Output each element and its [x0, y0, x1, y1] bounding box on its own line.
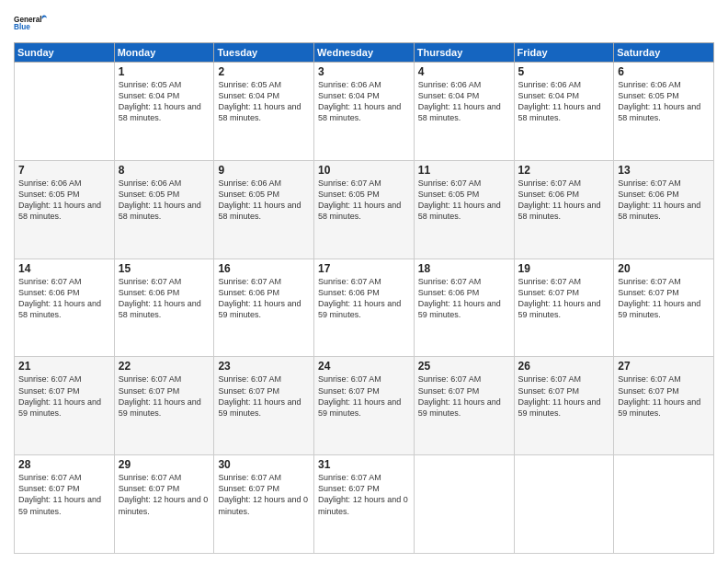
- day-info: Sunrise: 6:07 AM Sunset: 6:06 PM Dayligh…: [18, 276, 110, 321]
- day-number: 25: [418, 360, 510, 373]
- day-info: Sunrise: 6:05 AM Sunset: 6:04 PM Dayligh…: [218, 79, 310, 124]
- calendar-week-row: 14Sunrise: 6:07 AM Sunset: 6:06 PM Dayli…: [15, 259, 714, 357]
- calendar-cell: [614, 455, 714, 554]
- calendar-cell: 2Sunrise: 6:05 AM Sunset: 6:04 PM Daylig…: [214, 63, 314, 161]
- calendar-cell: 14Sunrise: 6:07 AM Sunset: 6:06 PM Dayli…: [15, 259, 115, 357]
- weekday-header-tuesday: Tuesday: [214, 43, 314, 63]
- day-info: Sunrise: 6:07 AM Sunset: 6:07 PM Dayligh…: [18, 373, 110, 419]
- calendar-cell: 5Sunrise: 6:06 AM Sunset: 6:04 PM Daylig…: [514, 63, 614, 161]
- weekday-header-row: SundayMondayTuesdayWednesdayThursdayFrid…: [15, 43, 714, 63]
- day-number: 18: [418, 262, 510, 275]
- calendar-cell: [514, 455, 614, 554]
- calendar-cell: 20Sunrise: 6:07 AM Sunset: 6:07 PM Dayli…: [614, 259, 714, 357]
- calendar-cell: 6Sunrise: 6:06 AM Sunset: 6:05 PM Daylig…: [614, 63, 714, 161]
- day-info: Sunrise: 6:07 AM Sunset: 6:07 PM Dayligh…: [218, 373, 310, 419]
- day-info: Sunrise: 6:07 AM Sunset: 6:07 PM Dayligh…: [119, 373, 210, 419]
- calendar-cell: 4Sunrise: 6:06 AM Sunset: 6:04 PM Daylig…: [414, 63, 514, 161]
- day-info: Sunrise: 6:07 AM Sunset: 6:06 PM Dayligh…: [618, 178, 710, 223]
- calendar-cell: 23Sunrise: 6:07 AM Sunset: 6:07 PM Dayli…: [214, 357, 314, 455]
- day-number: 10: [318, 164, 410, 177]
- day-number: 7: [18, 164, 110, 177]
- day-info: Sunrise: 6:06 AM Sunset: 6:05 PM Dayligh…: [119, 178, 210, 223]
- day-info: Sunrise: 6:07 AM Sunset: 6:06 PM Dayligh…: [418, 276, 510, 321]
- calendar-cell: 8Sunrise: 6:06 AM Sunset: 6:05 PM Daylig…: [114, 160, 214, 259]
- day-info: Sunrise: 6:07 AM Sunset: 6:06 PM Dayligh…: [518, 178, 610, 223]
- day-number: 2: [218, 65, 310, 78]
- day-info: Sunrise: 6:07 AM Sunset: 6:07 PM Dayligh…: [518, 276, 610, 321]
- weekday-header-monday: Monday: [114, 43, 214, 63]
- svg-text:General: General: [14, 16, 42, 24]
- calendar-week-row: 1Sunrise: 6:05 AM Sunset: 6:04 PM Daylig…: [15, 63, 714, 161]
- day-info: Sunrise: 6:06 AM Sunset: 6:05 PM Dayligh…: [218, 178, 310, 223]
- day-info: Sunrise: 6:07 AM Sunset: 6:06 PM Dayligh…: [218, 276, 310, 321]
- logo-svg: General Blue: [14, 9, 47, 37]
- day-number: 14: [18, 262, 110, 275]
- day-info: Sunrise: 6:06 AM Sunset: 6:05 PM Dayligh…: [18, 178, 110, 223]
- calendar-cell: 19Sunrise: 6:07 AM Sunset: 6:07 PM Dayli…: [514, 259, 614, 357]
- day-number: 15: [119, 262, 210, 275]
- day-number: 9: [218, 164, 310, 177]
- calendar-cell: 18Sunrise: 6:07 AM Sunset: 6:06 PM Dayli…: [414, 259, 514, 357]
- day-info: Sunrise: 6:07 AM Sunset: 6:07 PM Dayligh…: [518, 373, 610, 419]
- day-info: Sunrise: 6:07 AM Sunset: 6:06 PM Dayligh…: [318, 276, 410, 321]
- day-info: Sunrise: 6:06 AM Sunset: 6:04 PM Dayligh…: [418, 79, 510, 124]
- day-number: 1: [119, 65, 210, 78]
- day-info: Sunrise: 6:07 AM Sunset: 6:07 PM Dayligh…: [218, 472, 310, 517]
- calendar-cell: [15, 63, 115, 161]
- calendar-cell: 21Sunrise: 6:07 AM Sunset: 6:07 PM Dayli…: [15, 357, 115, 455]
- calendar-cell: 11Sunrise: 6:07 AM Sunset: 6:05 PM Dayli…: [414, 160, 514, 259]
- weekday-header-saturday: Saturday: [614, 43, 714, 63]
- day-info: Sunrise: 6:06 AM Sunset: 6:05 PM Dayligh…: [618, 79, 710, 124]
- day-number: 5: [518, 65, 610, 78]
- day-number: 26: [518, 360, 610, 373]
- header: General Blue: [14, 9, 714, 37]
- logo: General Blue: [14, 9, 47, 37]
- day-info: Sunrise: 6:07 AM Sunset: 6:07 PM Dayligh…: [618, 373, 710, 419]
- weekday-header-sunday: Sunday: [15, 43, 115, 63]
- day-info: Sunrise: 6:07 AM Sunset: 6:07 PM Dayligh…: [618, 276, 710, 321]
- calendar-cell: 27Sunrise: 6:07 AM Sunset: 6:07 PM Dayli…: [614, 357, 714, 455]
- day-info: Sunrise: 6:06 AM Sunset: 6:04 PM Dayligh…: [318, 79, 410, 124]
- day-number: 29: [119, 458, 210, 471]
- day-info: Sunrise: 6:07 AM Sunset: 6:06 PM Dayligh…: [119, 276, 210, 321]
- calendar-cell: 24Sunrise: 6:07 AM Sunset: 6:07 PM Dayli…: [314, 357, 415, 455]
- calendar-cell: 7Sunrise: 6:06 AM Sunset: 6:05 PM Daylig…: [15, 160, 115, 259]
- weekday-header-friday: Friday: [514, 43, 614, 63]
- calendar-week-row: 28Sunrise: 6:07 AM Sunset: 6:07 PM Dayli…: [15, 455, 714, 554]
- day-info: Sunrise: 6:06 AM Sunset: 6:04 PM Dayligh…: [518, 79, 610, 124]
- calendar-cell: 15Sunrise: 6:07 AM Sunset: 6:06 PM Dayli…: [114, 259, 214, 357]
- day-number: 19: [518, 262, 610, 275]
- day-number: 28: [18, 458, 110, 471]
- day-number: 13: [618, 164, 710, 177]
- day-number: 24: [318, 360, 410, 373]
- calendar-cell: 17Sunrise: 6:07 AM Sunset: 6:06 PM Dayli…: [314, 259, 415, 357]
- day-number: 6: [618, 65, 710, 78]
- day-number: 11: [418, 164, 510, 177]
- day-number: 31: [318, 458, 410, 471]
- day-info: Sunrise: 6:07 AM Sunset: 6:07 PM Dayligh…: [18, 472, 110, 517]
- calendar-table: SundayMondayTuesdayWednesdayThursdayFrid…: [14, 42, 714, 554]
- day-info: Sunrise: 6:05 AM Sunset: 6:04 PM Dayligh…: [119, 79, 210, 124]
- day-info: Sunrise: 6:07 AM Sunset: 6:07 PM Dayligh…: [119, 472, 210, 517]
- day-number: 30: [218, 458, 310, 471]
- day-number: 4: [418, 65, 510, 78]
- day-number: 20: [618, 262, 710, 275]
- calendar-cell: 10Sunrise: 6:07 AM Sunset: 6:05 PM Dayli…: [314, 160, 415, 259]
- day-info: Sunrise: 6:07 AM Sunset: 6:07 PM Dayligh…: [318, 373, 410, 419]
- svg-text:Blue: Blue: [14, 23, 30, 31]
- day-number: 23: [218, 360, 310, 373]
- day-number: 12: [518, 164, 610, 177]
- calendar-cell: 28Sunrise: 6:07 AM Sunset: 6:07 PM Dayli…: [15, 455, 115, 554]
- calendar-cell: 31Sunrise: 6:07 AM Sunset: 6:07 PM Dayli…: [314, 455, 415, 554]
- calendar-cell: 9Sunrise: 6:06 AM Sunset: 6:05 PM Daylig…: [214, 160, 314, 259]
- calendar-cell: 29Sunrise: 6:07 AM Sunset: 6:07 PM Dayli…: [114, 455, 214, 554]
- calendar-cell: 16Sunrise: 6:07 AM Sunset: 6:06 PM Dayli…: [214, 259, 314, 357]
- calendar-cell: 26Sunrise: 6:07 AM Sunset: 6:07 PM Dayli…: [514, 357, 614, 455]
- calendar-week-row: 21Sunrise: 6:07 AM Sunset: 6:07 PM Dayli…: [15, 357, 714, 455]
- weekday-header-wednesday: Wednesday: [314, 43, 415, 63]
- calendar-cell: [414, 455, 514, 554]
- day-number: 21: [18, 360, 110, 373]
- calendar-cell: 22Sunrise: 6:07 AM Sunset: 6:07 PM Dayli…: [114, 357, 214, 455]
- day-number: 8: [119, 164, 210, 177]
- calendar-cell: 12Sunrise: 6:07 AM Sunset: 6:06 PM Dayli…: [514, 160, 614, 259]
